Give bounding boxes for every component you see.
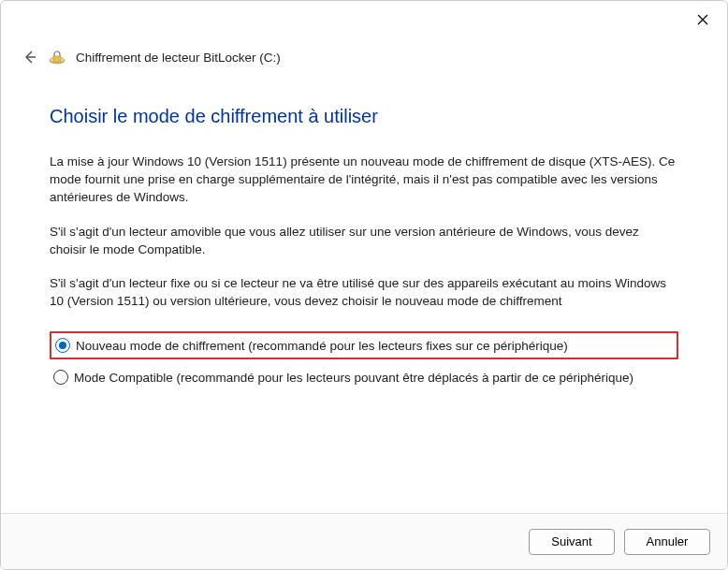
page-heading: Choisir le mode de chiffrement à utilise… <box>50 106 678 127</box>
wizard-footer: Suivant Annuler <box>1 513 727 569</box>
next-button[interactable]: Suivant <box>529 529 615 555</box>
wizard-content: Choisir le mode de chiffrement à utilise… <box>1 66 727 389</box>
description-paragraph-1: La mise à jour Windows 10 (Version 1511)… <box>50 153 678 207</box>
close-button[interactable] <box>692 8 714 31</box>
radio-option-new-mode[interactable]: Nouveau mode de chiffrement (recommandé … <box>50 331 678 359</box>
description-paragraph-3: S'il s'agit d'un lecteur fixe ou si ce l… <box>50 275 678 311</box>
radio-indicator-icon <box>55 338 70 353</box>
window-title: Chiffrement de lecteur BitLocker (C:) <box>76 51 281 65</box>
back-button[interactable] <box>22 49 38 66</box>
bitlocker-drive-icon <box>48 48 66 66</box>
radio-indicator-icon <box>53 370 68 385</box>
cancel-button[interactable]: Annuler <box>624 529 710 555</box>
radio-option-compatible-mode[interactable]: Mode Compatible (recommandé pour les lec… <box>50 365 678 389</box>
svg-rect-5 <box>53 56 61 62</box>
wizard-header: Chiffrement de lecteur BitLocker (C:) <box>1 1 727 66</box>
encryption-mode-radio-group: Nouveau mode de chiffrement (recommandé … <box>50 331 678 389</box>
radio-label-compatible-mode: Mode Compatible (recommandé pour les lec… <box>74 371 633 385</box>
radio-label-new-mode: Nouveau mode de chiffrement (recommandé … <box>76 339 568 353</box>
description-paragraph-2: S'il s'agit d'un lecteur amovible que vo… <box>50 224 678 259</box>
